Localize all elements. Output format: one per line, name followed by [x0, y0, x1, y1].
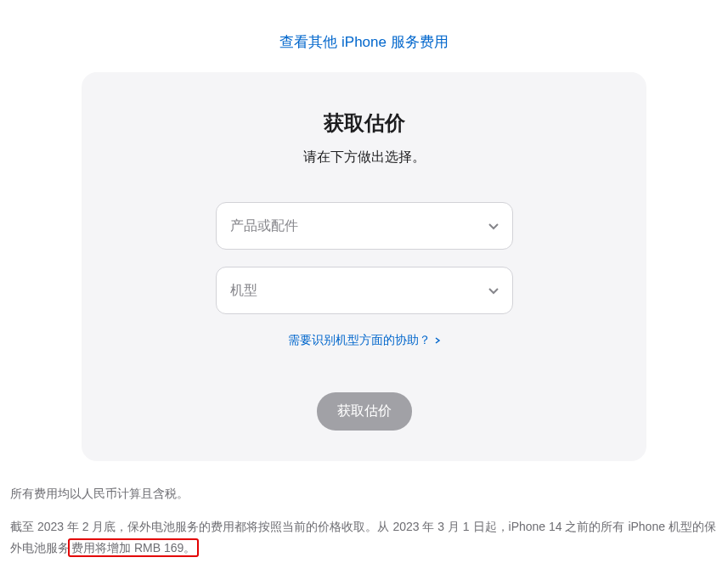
- submit-row: 获取估价: [116, 392, 612, 431]
- help-link-label: 需要识别机型方面的协助？: [288, 333, 431, 348]
- product-select[interactable]: 产品或配件: [216, 202, 513, 250]
- card-title: 获取估价: [116, 110, 612, 137]
- top-link-container: 查看其他 iPhone 服务费用: [0, 0, 728, 72]
- chevron-right-icon: [434, 337, 441, 344]
- product-select-placeholder: 产品或配件: [230, 217, 298, 235]
- card-subtitle: 请在下方做出选择。: [116, 149, 612, 166]
- model-select-placeholder: 机型: [230, 282, 257, 300]
- identify-model-help-link[interactable]: 需要识别机型方面的协助？: [288, 333, 441, 348]
- product-select-wrapper: 产品或配件: [216, 202, 513, 250]
- model-select[interactable]: 机型: [216, 267, 513, 314]
- other-services-link[interactable]: 查看其他 iPhone 服务费用: [279, 34, 448, 50]
- footer-line-2: 截至 2023 年 2 月底，保外电池服务的费用都将按照当前的价格收取。从 20…: [10, 516, 718, 559]
- price-increase-highlight: 费用将增加 RMB 169。: [68, 538, 199, 557]
- model-select-wrapper: 机型: [216, 267, 513, 314]
- get-estimate-button[interactable]: 获取估价: [317, 392, 412, 431]
- estimate-card: 获取估价 请在下方做出选择。 产品或配件 机型 需要识别机型方面的协助？ 获取估…: [82, 72, 646, 461]
- footer-text: 所有费用均以人民币计算且含税。 截至 2023 年 2 月底，保外电池服务的费用…: [0, 461, 728, 560]
- footer-line-1: 所有费用均以人民币计算且含税。: [10, 483, 718, 504]
